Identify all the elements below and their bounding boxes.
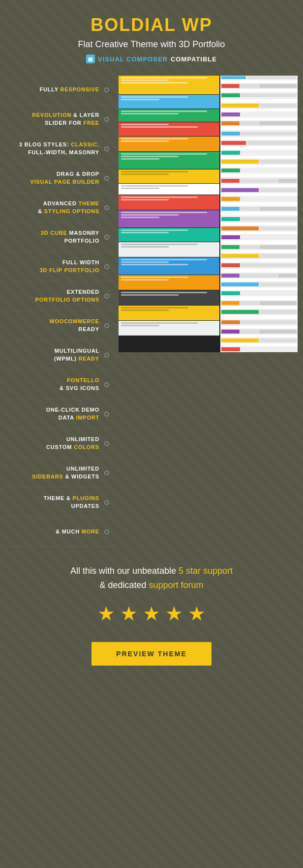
footer-text-1: All this with our unbeatable <box>70 566 176 576</box>
preview-theme-button[interactable]: PREVIEW THEME <box>91 642 211 666</box>
feature-text-more: & MUCH MORE <box>9 528 99 535</box>
admin-row-14 <box>220 196 298 201</box>
star-1: ★ <box>97 602 115 625</box>
feature-text-multilingual: MULTILINGUAL(WPML) READY <box>9 347 99 363</box>
feature-updates: THEME & PLUGINSUPDATES <box>5 488 113 517</box>
feature-text-colors: UNLIMITEDCUSTOM COLORS <box>9 436 99 451</box>
feature-dot-more <box>104 530 109 534</box>
feature-fullwidth: FULL WIDTH3D FLIP PORTFOLIO <box>5 252 113 281</box>
feature-text-extended: EXTENDEDPORTFOLIO OPTIONS <box>9 288 99 304</box>
admin-row-24 <box>220 291 298 296</box>
admin-row-28 <box>220 329 298 334</box>
main-title: BOLDIAL WP <box>10 15 293 35</box>
feature-text-blog: 3 BLOG STYLES: CLASSIC,FULL-WIDTH, MASON… <box>9 141 99 156</box>
feature-text-oneclick: ONE-CLICK DEMODATA IMPORT <box>9 406 99 421</box>
feature-text-sidebars: UNLIMITEDSIDEBARS & WIDGETS <box>9 465 99 480</box>
feature-dot-extended <box>104 294 109 299</box>
feature-blog: 3 BLOG STYLES: CLASSIC,FULL-WIDTH, MASON… <box>5 134 113 164</box>
feature-dot-updates <box>104 500 109 505</box>
admin-row-12 <box>220 178 298 184</box>
feature-text-updates: THEME & PLUGINSUPDATES <box>9 495 99 510</box>
feature-text-woo: WOOCOMMERCEREADY <box>9 318 99 333</box>
admin-row-25 <box>220 301 298 306</box>
feature-dot-theme <box>104 205 109 210</box>
feature-theme: ADVANCED THEME& STYLING OPTIONS <box>5 193 113 223</box>
admin-row-30 <box>220 347 298 352</box>
feature-dot-fullwidth <box>104 264 109 269</box>
star-2: ★ <box>120 602 138 625</box>
admin-row-8 <box>220 140 298 145</box>
feature-text-fontello: FONTELLO& SVG ICONS <box>9 377 99 392</box>
subtitle: Flat Creative Theme with 3D Portfolio <box>10 39 293 50</box>
admin-row-19 <box>220 245 298 250</box>
admin-row-26 <box>220 309 298 314</box>
page-header: BOLDIAL WP Flat Creative Theme with 3D P… <box>0 15 303 75</box>
strip-sidebars2 <box>119 290 219 305</box>
strip-more2 <box>119 321 219 336</box>
admin-row-3 <box>220 92 298 98</box>
theme-preview-right <box>220 76 298 352</box>
feature-sliders: REVOLUTION & LAYERSLIDER FOR FREE <box>5 105 113 134</box>
vc-icon <box>86 55 95 63</box>
admin-row-5 <box>220 112 298 117</box>
strip-wpml <box>119 228 219 242</box>
feature-text-responsive: FULLY RESPONSIVE <box>9 86 99 93</box>
strip-demo-import <box>119 257 219 275</box>
strip-builder <box>119 122 219 136</box>
feature-dot-blog <box>104 146 109 151</box>
stars-row: ★ ★ ★ ★ ★ <box>10 602 293 625</box>
feature-fontello: FONTELLO& SVG ICONS <box>5 370 113 399</box>
footer-text-2: & dedicated <box>99 580 146 590</box>
feature-dot-builder <box>104 176 109 181</box>
star-3: ★ <box>143 602 160 625</box>
admin-row-15 <box>220 206 298 211</box>
feature-extended: EXTENDEDPORTFOLIO OPTIONS <box>5 281 113 311</box>
admin-row-6 <box>220 121 298 126</box>
feature-dot-oneclick <box>104 412 109 417</box>
admin-row-21 <box>220 262 298 268</box>
screenshots-panel <box>118 75 298 353</box>
features-list: FULLY RESPONSIVE REVOLUTION & LAYERSLIDE… <box>5 75 118 547</box>
footer-section: All this with our unbeatable 5 star supp… <box>0 547 303 675</box>
admin-row-20 <box>220 253 298 258</box>
strip-responsive <box>119 95 219 109</box>
admin-row-16 <box>220 216 298 222</box>
feature-text-builder: DRAG & DROPVISUAL PAGE BUILDER <box>9 170 99 186</box>
feature-multilingual: MULTILINGUAL(WPML) READY <box>5 340 113 370</box>
admin-row-17 <box>220 226 298 231</box>
admin-row-27 <box>220 319 298 325</box>
star-5: ★ <box>188 602 206 625</box>
footer-highlight-1: 5 star support <box>179 566 233 576</box>
strip-fontello2 <box>119 242 219 257</box>
strip-colors2 <box>119 275 219 290</box>
strip-blog <box>119 109 219 122</box>
vc-badge-suffix: COMPATIBLE <box>171 56 217 63</box>
theme-preview-left <box>119 76 219 352</box>
feature-3dcube: 3D CUBE MASONRYPORTFOLIO <box>5 223 113 252</box>
feature-dot-3dcube <box>104 235 109 240</box>
vc-badge: VISUAL COMPOSER COMPATIBLE <box>86 55 217 63</box>
star-4: ★ <box>165 602 183 625</box>
admin-sep-2 <box>220 89 298 92</box>
feature-dot-colors <box>104 441 109 446</box>
feature-oneclick: ONE-CLICK DEMODATA IMPORT <box>5 399 113 429</box>
strip-updates2 <box>119 306 219 320</box>
admin-row-23 <box>220 282 298 287</box>
feature-dot-multilingual <box>104 353 109 358</box>
strip-portfolio1 <box>119 152 219 169</box>
strip-portfolio2 <box>119 169 219 183</box>
strip-theme-styling <box>119 137 219 151</box>
admin-row-29 <box>220 338 298 343</box>
feature-colors: UNLIMITEDCUSTOM COLORS <box>5 429 113 458</box>
feature-dot-sliders <box>104 117 109 122</box>
strip-woocommerce <box>119 210 219 227</box>
admin-row-13 <box>220 188 298 193</box>
feature-responsive: FULLY RESPONSIVE <box>5 75 113 105</box>
main-content: FULLY RESPONSIVE REVOLUTION & LAYERSLIDE… <box>0 75 303 547</box>
feature-builder: DRAG & DROPVISUAL PAGE BUILDER <box>5 164 113 193</box>
feature-text-sliders: REVOLUTION & LAYERSLIDER FOR FREE <box>9 112 99 127</box>
feature-text-3dcube: 3D CUBE MASONRYPORTFOLIO <box>9 229 99 245</box>
admin-row-18 <box>220 235 298 240</box>
vc-badge-text: VISUAL COMPOSER <box>98 56 168 63</box>
admin-row-2 <box>220 84 298 88</box>
